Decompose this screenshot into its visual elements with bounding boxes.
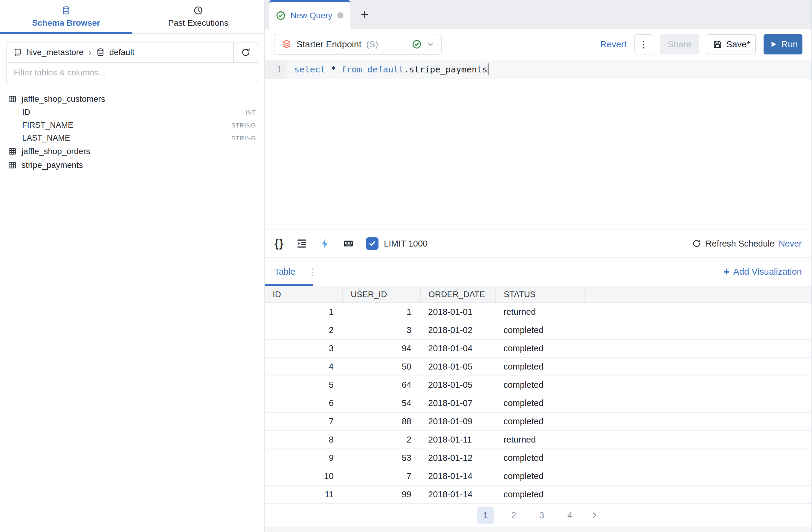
table-cell: 3 [343,321,420,339]
table-cell: 2018-01-09 [420,412,496,431]
sql-editor[interactable]: 1 select * from default.stripe_payments [265,60,811,229]
add-tab-button[interactable]: + [350,0,379,29]
endpoint-selector[interactable]: Starter Endpoint (S) [274,34,442,55]
table-cell: completed [496,412,584,431]
limit-checkbox[interactable] [366,237,378,250]
table-cell: 1 [265,303,343,321]
column-name: ID [22,108,30,117]
main-panel: New Query + Starter Endpoint (S) Revert … [265,0,812,532]
results-table-header-row: IDUSER_IDORDER_DATESTATUS [265,286,811,303]
table-item[interactable]: stripe_payments [8,158,256,172]
keyboard-icon[interactable] [343,238,354,249]
more-actions-button[interactable]: ⋮ [634,34,652,54]
page-button[interactable]: 4 [561,507,579,524]
refresh-schema-button[interactable] [233,42,258,62]
indent-icon[interactable] [296,238,307,249]
sql-token: from [341,64,362,74]
schema-browser-box: hive_metastore › default [6,42,258,83]
table-row: 9532018-01-12completed [265,449,811,467]
table-row: 112018-01-01returned [265,303,811,321]
chevron-right-icon [589,510,599,520]
table-cell: 2018-01-05 [420,376,496,394]
lightning-icon[interactable] [319,238,331,249]
column-header[interactable]: ID [265,286,343,303]
refresh-schedule-value[interactable]: Never [779,239,802,249]
results-grid: IDUSER_IDORDER_DATESTATUS 112018-01-01re… [265,286,811,504]
column-header[interactable]: USER_ID [343,286,420,303]
sql-code: select * from default.stripe_payments [287,60,489,79]
column-type: INT [245,109,256,116]
table-cell: completed [496,376,584,394]
column-item[interactable]: IDINT [8,106,256,119]
add-visualization-label: Add Visualization [733,267,802,277]
sidebar-tabs: Schema Browser Past Executions [0,0,264,34]
column-type: STRING [231,135,256,142]
column-header[interactable]: STATUS [496,286,584,303]
table-cell: 3 [265,339,343,358]
page-button[interactable]: 1 [477,507,494,524]
table-cell: completed [496,485,584,504]
query-actions: Revert ⋮ Share Save* Run [600,34,802,54]
visualization-menu-icon[interactable]: ⋮ [308,267,317,277]
table-cell: completed [496,467,584,485]
sql-token: default [367,64,404,74]
share-button[interactable]: Share [660,34,699,54]
table-cell: completed [496,358,584,376]
limit-toggle[interactable]: LIMIT 1000 [366,237,427,250]
catalog-icon [13,48,22,57]
table-cell: 50 [343,358,420,376]
run-button[interactable]: Run [764,34,802,54]
column-item[interactable]: FIRST_NAMESTRING [8,119,256,132]
tab-past-executions[interactable]: Past Executions [132,0,264,33]
next-page-button[interactable] [589,510,599,520]
tab-table-visualization[interactable]: Table [274,267,295,277]
horizontal-scrollbar-track[interactable] [265,527,811,532]
limit-label: LIMIT 1000 [384,239,427,249]
save-button[interactable]: Save* [707,34,756,54]
sql-active-line: 1 select * from default.stripe_payments [265,60,811,79]
table-cell: 54 [343,394,420,412]
table-row: 11992018-01-14completed [265,485,811,504]
table-row: 5642018-01-05completed [265,376,811,394]
refresh-icon [241,47,251,57]
filter-input[interactable] [6,63,258,83]
text-caret [488,64,489,75]
table-row: 4502018-01-05completed [265,358,811,376]
breadcrumb-path[interactable]: hive_metastore › default [6,42,233,62]
breadcrumb-schema[interactable]: default [109,47,134,57]
tab-schema-browser[interactable]: Schema Browser [0,0,132,33]
table-row: 6542018-01-07completed [265,394,811,412]
refresh-schedule-label: Refresh Schedule [706,239,774,249]
table-cell: 6 [265,394,343,412]
table-cell: 5 [265,376,343,394]
query-editor-app: Schema Browser Past Executions hive_meta… [0,0,812,532]
breadcrumb-separator-icon: › [88,47,92,57]
table-cell: 2018-01-12 [420,449,496,467]
column-item[interactable]: LAST_NAMESTRING [8,132,256,144]
page-button[interactable]: 3 [533,507,550,524]
column-header[interactable]: ORDER_DATE [420,286,496,303]
check-icon [368,239,376,248]
table-cell: 53 [343,449,420,467]
table-cell: 7 [265,412,343,431]
table-item[interactable]: jaffle_shop_customers [8,92,256,106]
table-row: 1072018-01-14completed [265,467,811,485]
line-number: 1 [265,60,287,79]
pagination: 1234 [265,504,811,527]
table-item[interactable]: jaffle_shop_orders [8,144,256,158]
revert-link[interactable]: Revert [600,39,627,50]
table-cell: 2018-01-11 [420,431,496,449]
editor-toolbar: {} LIMIT 1000 Refresh Schedule Never [265,229,811,257]
add-visualization-link[interactable]: + Add Visualization [724,266,802,278]
page-button[interactable]: 2 [505,507,522,524]
table-item-label: jaffle_shop_customers [21,94,105,104]
table-cell: 88 [343,412,420,431]
tab-new-query[interactable]: New Query [269,0,350,29]
format-code-icon[interactable]: {} [274,237,284,250]
sidebar: Schema Browser Past Executions hive_meta… [0,0,265,532]
plus-icon: + [724,266,730,278]
query-header: Starter Endpoint (S) Revert ⋮ Share Save… [265,29,811,60]
table-cell: 94 [343,339,420,358]
breadcrumb: hive_metastore › default [6,42,258,63]
breadcrumb-catalog[interactable]: hive_metastore [26,47,83,57]
